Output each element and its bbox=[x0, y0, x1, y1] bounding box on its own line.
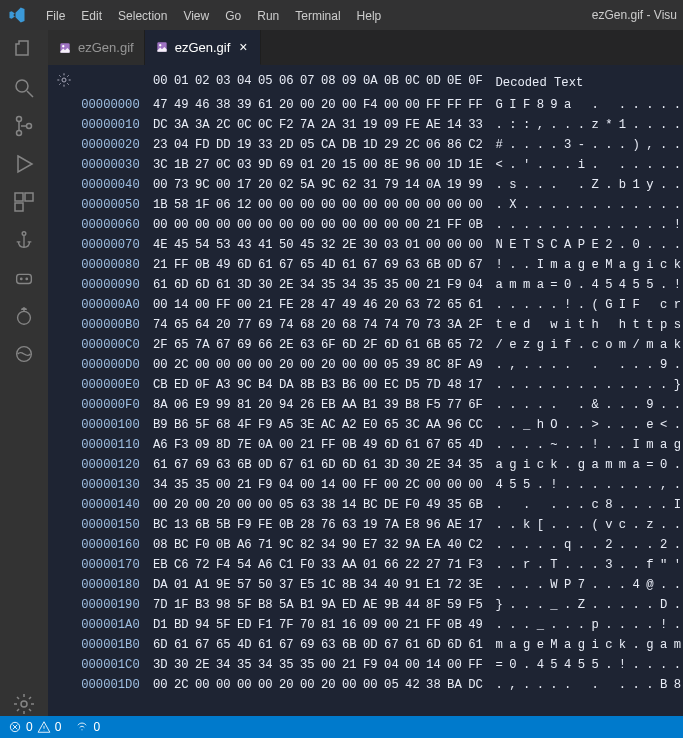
decoded-char[interactable]: . bbox=[588, 135, 602, 155]
hex-byte[interactable]: 00 bbox=[360, 355, 381, 375]
hex-byte[interactable]: 21 bbox=[297, 435, 318, 455]
hex-byte[interactable]: 00 bbox=[297, 675, 318, 695]
hex-byte[interactable]: 99 bbox=[465, 175, 486, 195]
hex-byte[interactable]: 06 bbox=[171, 395, 192, 415]
hex-byte[interactable]: 65 bbox=[444, 295, 465, 315]
hex-byte[interactable]: 5F bbox=[213, 615, 234, 635]
hex-byte[interactable]: 6B bbox=[423, 335, 444, 355]
hex-byte[interactable]: 9E bbox=[213, 575, 234, 595]
hex-byte[interactable]: 20 bbox=[213, 315, 234, 335]
decoded-char[interactable]: } bbox=[492, 595, 506, 615]
hex-byte[interactable]: 74 bbox=[276, 315, 297, 335]
hex-byte[interactable]: 0B bbox=[276, 515, 297, 535]
hex-byte[interactable]: 6D bbox=[423, 635, 444, 655]
hex-byte[interactable]: F4 bbox=[360, 95, 381, 115]
decoded-char[interactable]: . bbox=[520, 575, 534, 595]
hex-byte[interactable]: 00 bbox=[402, 95, 423, 115]
hex-byte[interactable]: 67 bbox=[465, 255, 486, 275]
hex-byte[interactable]: 69 bbox=[234, 335, 255, 355]
decoded-char[interactable]: e bbox=[506, 315, 520, 335]
hex-byte[interactable]: F9 bbox=[255, 415, 276, 435]
hex-byte[interactable]: 57 bbox=[234, 575, 255, 595]
hex-byte[interactable]: 00 bbox=[171, 215, 192, 235]
hex-byte[interactable]: 1E bbox=[465, 155, 486, 175]
decoded-char[interactable]: . bbox=[629, 535, 643, 555]
hex-byte[interactable]: 00 bbox=[381, 215, 402, 235]
hex-byte[interactable]: 67 bbox=[360, 255, 381, 275]
hex-byte[interactable]: 65 bbox=[213, 635, 234, 655]
hex-byte[interactable]: 8B bbox=[297, 375, 318, 395]
decoded-char[interactable]: . bbox=[629, 495, 643, 515]
hex-byte[interactable]: 6B bbox=[339, 635, 360, 655]
hex-byte[interactable]: 65 bbox=[381, 415, 402, 435]
hex-byte[interactable]: 20 bbox=[318, 675, 339, 695]
decoded-char[interactable]: . bbox=[575, 175, 589, 195]
decoded-char[interactable]: 9 bbox=[547, 95, 561, 115]
hex-byte[interactable]: 20 bbox=[171, 495, 192, 515]
decoded-char[interactable]: . bbox=[492, 675, 506, 695]
hex-byte[interactable]: 6D bbox=[381, 435, 402, 455]
decoded-char[interactable]: . bbox=[492, 535, 506, 555]
hex-byte[interactable]: 33 bbox=[318, 555, 339, 575]
decoded-char[interactable]: 5 bbox=[520, 475, 534, 495]
decoded-char[interactable]: X bbox=[506, 195, 520, 215]
decoded-char[interactable]: B bbox=[657, 675, 671, 695]
hex-byte[interactable]: 39 bbox=[381, 395, 402, 415]
hex-byte[interactable]: 1C bbox=[318, 575, 339, 595]
hex-byte[interactable]: 3D bbox=[381, 455, 402, 475]
decoded-char[interactable]: . bbox=[657, 575, 671, 595]
hex-byte[interactable]: FF bbox=[444, 95, 465, 115]
decoded-char[interactable]: . bbox=[616, 395, 630, 415]
hex-byte[interactable]: 4E bbox=[150, 235, 171, 255]
decoded-char[interactable]: . bbox=[561, 215, 575, 235]
hex-byte[interactable]: 3C bbox=[150, 155, 171, 175]
hex-byte[interactable]: 0C bbox=[255, 115, 276, 135]
decoded-char[interactable]: . bbox=[602, 415, 616, 435]
decoded-char[interactable]: . bbox=[561, 155, 575, 175]
hex-byte[interactable]: 79 bbox=[381, 175, 402, 195]
decoded-char[interactable]: T bbox=[520, 235, 534, 255]
hex-byte[interactable]: 8E bbox=[381, 155, 402, 175]
hex-byte[interactable]: A6 bbox=[255, 555, 276, 575]
hex-byte[interactable]: 2C bbox=[402, 135, 423, 155]
hex-byte[interactable]: 00 bbox=[360, 375, 381, 395]
hex-byte[interactable]: 68 bbox=[297, 315, 318, 335]
decoded-char[interactable]: I bbox=[629, 435, 643, 455]
hex-byte[interactable]: 54 bbox=[234, 555, 255, 575]
hex-byte[interactable]: 46 bbox=[360, 295, 381, 315]
decoded-char[interactable]: d bbox=[520, 315, 534, 335]
hex-byte[interactable]: 14 bbox=[318, 475, 339, 495]
hex-byte[interactable]: 65 bbox=[171, 315, 192, 335]
decoded-char[interactable]: . bbox=[547, 515, 561, 535]
hex-byte[interactable]: FD bbox=[192, 135, 213, 155]
decoded-char[interactable]: . bbox=[588, 95, 602, 115]
hex-byte[interactable]: 9C bbox=[276, 535, 297, 555]
hex-byte[interactable]: 61 bbox=[465, 295, 486, 315]
decoded-char[interactable]: G bbox=[492, 95, 506, 115]
decoded-char[interactable]: a bbox=[492, 455, 506, 475]
decoded-char[interactable]: e bbox=[506, 335, 520, 355]
decoded-char[interactable]: k bbox=[547, 455, 561, 475]
hex-byte[interactable]: 3A bbox=[444, 315, 465, 335]
decoded-char[interactable]: ' bbox=[520, 155, 534, 175]
decoded-char[interactable]: . bbox=[670, 135, 683, 155]
decoded-char[interactable] bbox=[602, 355, 616, 375]
hex-byte[interactable]: DC bbox=[150, 115, 171, 135]
hex-byte[interactable]: 5A bbox=[276, 595, 297, 615]
hex-byte[interactable]: 7A bbox=[192, 335, 213, 355]
decoded-char[interactable]: . bbox=[575, 435, 589, 455]
decoded-char[interactable]: . bbox=[643, 235, 657, 255]
decoded-char[interactable]: . bbox=[657, 375, 671, 395]
hex-byte[interactable]: 70 bbox=[297, 615, 318, 635]
decoded-char[interactable]: a bbox=[629, 455, 643, 475]
hex-byte[interactable]: 00 bbox=[213, 215, 234, 235]
decoded-char[interactable]: . bbox=[561, 115, 575, 135]
decoded-char[interactable]: 1 bbox=[629, 175, 643, 195]
decoded-char[interactable]: . bbox=[616, 155, 630, 175]
decoded-char[interactable]: . bbox=[520, 615, 534, 635]
hex-byte[interactable]: 05 bbox=[381, 675, 402, 695]
anchor-icon[interactable] bbox=[12, 228, 36, 252]
hex-byte[interactable]: 00 bbox=[192, 675, 213, 695]
decoded-char[interactable]: . bbox=[533, 595, 547, 615]
decoded-char[interactable]: . bbox=[506, 435, 520, 455]
